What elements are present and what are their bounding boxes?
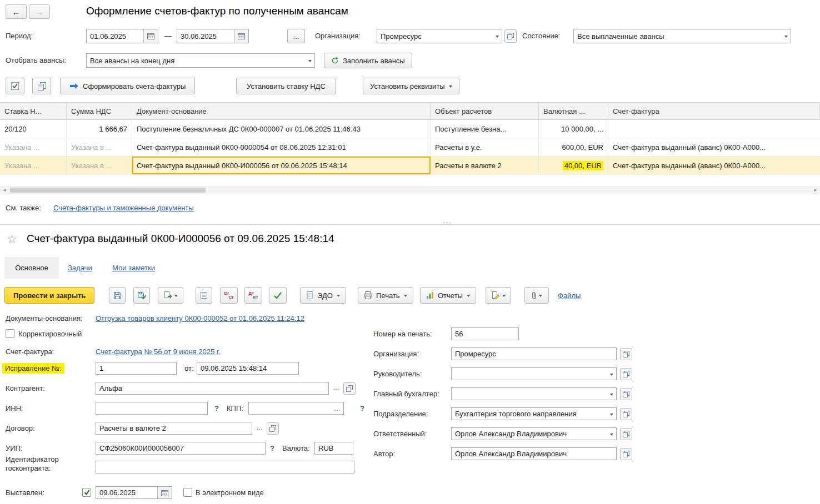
column-header-vat[interactable]: Сумма НДС <box>67 103 132 119</box>
cell-object[interactable]: Поступление безна... <box>431 120 539 138</box>
head-open-button[interactable] <box>620 368 632 380</box>
cell-invoice[interactable]: Счет-фактура выданный (аванс) 0К00-А000.… <box>608 157 820 174</box>
cell-doc-selected[interactable]: Счет-фактура выданный 0К00-И000056 от 09… <box>132 157 431 174</box>
kpp-help[interactable]: ? <box>360 402 364 415</box>
contract-input[interactable]: Расчеты в валюте 2 <box>96 422 252 435</box>
favorite-star-icon[interactable]: ☆ <box>7 233 17 246</box>
see-also-link[interactable]: Счета-фактуры и таможенные документы <box>53 201 194 214</box>
cell-doc[interactable]: Счет-фактура выданный 0К00-0000054 от 08… <box>132 138 431 156</box>
select-all-button[interactable] <box>6 78 24 94</box>
chief-accountant-combo[interactable] <box>451 387 617 400</box>
chevron-down-icon[interactable] <box>607 388 616 400</box>
contract-open-button[interactable] <box>267 422 279 435</box>
scroll-left-arrow[interactable]: ◄ <box>0 187 9 194</box>
period-from-input[interactable]: 01.06.2025 <box>86 29 158 43</box>
kpp-input[interactable]: ... <box>248 402 344 415</box>
invoice-link[interactable]: Счет-фактура № 56 от 9 июня 2025 г. <box>96 345 221 358</box>
inn-input[interactable] <box>96 402 208 415</box>
uip-help[interactable]: ? <box>270 442 274 455</box>
chevron-down-icon[interactable] <box>492 29 502 43</box>
cell-vat[interactable]: Указана в ... <box>67 138 132 156</box>
chevron-down-icon[interactable] <box>607 408 616 420</box>
create-based-on-button[interactable] <box>158 287 183 304</box>
cell-invoice[interactable]: Счет-фактура выданный (аванс) 0К00-А000.… <box>608 138 820 156</box>
gov-contract-input[interactable] <box>96 461 354 473</box>
column-header-currency[interactable]: Валютная ... <box>539 103 608 119</box>
chevron-down-icon[interactable] <box>607 368 616 380</box>
fill-advances-button[interactable]: Заполнить авансы <box>324 53 412 68</box>
chevron-down-icon[interactable] <box>781 29 791 43</box>
cell-object[interactable]: Расчеты в валюте 2 <box>431 157 539 174</box>
correction-checkbox[interactable] <box>6 329 14 338</box>
edo-button[interactable]: ЭДО <box>300 287 346 304</box>
issued-checkbox[interactable] <box>82 488 91 497</box>
print-number-input[interactable]: 56 <box>451 327 519 340</box>
calendar-icon[interactable] <box>157 487 172 498</box>
cell-rate[interactable]: Указана ... <box>0 138 67 156</box>
cell-rate[interactable]: Указана ... <box>0 157 67 174</box>
author-open-button[interactable] <box>620 448 632 460</box>
copy-button[interactable] <box>32 78 51 94</box>
contract-more-button[interactable]: ... <box>253 422 266 435</box>
uip-input[interactable]: СФ25060К00И000056007 <box>96 442 266 455</box>
cell-currency[interactable]: 40,00, EUR <box>539 157 608 174</box>
issued-date-input[interactable]: 09.06.2025 <box>96 486 172 499</box>
division-combo[interactable]: Бухгалтерия торгового направления <box>451 407 617 420</box>
splitter[interactable] <box>0 224 820 225</box>
cell-doc[interactable]: Поступление безналичных ДС 0К00-000007 о… <box>132 120 431 138</box>
cell-vat[interactable]: Указана в ... <box>67 157 132 174</box>
table-row[interactable]: Указана ... Указана в ... Счет-фактура в… <box>0 138 820 157</box>
calendar-icon[interactable] <box>143 29 158 43</box>
chevron-down-icon[interactable] <box>305 54 314 67</box>
revision-date-input[interactable]: 09.06.2025 15:48:14 <box>197 362 299 375</box>
electronic-checkbox[interactable] <box>183 488 192 497</box>
registers-button[interactable] <box>196 287 212 304</box>
author-input[interactable]: Орлов Александр Владимирович <box>451 447 617 460</box>
revision-number-input[interactable]: 1 <box>96 362 177 375</box>
tab-main[interactable]: Основное <box>4 257 59 279</box>
state-combo[interactable]: Все выплаченные авансы <box>573 29 791 43</box>
counterparty-more-button[interactable]: ... <box>330 382 342 395</box>
tab-notes[interactable]: Мои заметки <box>112 261 155 274</box>
scroll-right-arrow[interactable]: ► <box>811 187 820 194</box>
kpp-more-dots[interactable]: ... <box>334 404 343 412</box>
print-button[interactable]: Печать <box>358 287 413 304</box>
table-row-selected[interactable]: Указана ... Указана в ... Счет-фактура в… <box>0 157 820 175</box>
responsible-combo[interactable]: Орлов Александр Владимирович <box>451 427 617 440</box>
counterparty-open-button[interactable] <box>343 382 356 395</box>
head-combo[interactable] <box>451 367 617 380</box>
basis-doc-link[interactable]: Отгрузка товаров клиенту 0К00-000052 от … <box>96 312 304 325</box>
currency-input[interactable]: RUB <box>314 442 353 455</box>
edit-document-button[interactable] <box>486 287 511 304</box>
generate-invoices-button[interactable]: Сформировать счета-фактуры <box>60 78 195 94</box>
attachments-button[interactable] <box>524 287 549 304</box>
column-header-invoice[interactable]: Счет-фактура <box>608 103 820 119</box>
org-open-button[interactable] <box>620 348 632 360</box>
cell-currency[interactable]: 600,00, EUR <box>539 138 608 156</box>
splitter-handle[interactable]: ... <box>443 216 452 225</box>
column-header-doc[interactable]: Документ-основание <box>132 103 431 119</box>
dr-cr-entries-button[interactable]: DrCr <box>220 287 238 304</box>
post-button[interactable] <box>269 287 287 304</box>
division-open-button[interactable] <box>620 408 632 420</box>
cell-currency[interactable]: 10 000,00, ... <box>539 120 608 138</box>
responsible-open-button[interactable] <box>620 428 632 440</box>
save-and-post-button[interactable] <box>133 287 150 304</box>
calendar-icon[interactable] <box>234 29 248 43</box>
column-header-rate[interactable]: Ставка Н... <box>0 103 67 119</box>
scrollbar-thumb[interactable] <box>10 188 206 193</box>
accounting-entries-button[interactable]: ДтКт <box>244 287 262 304</box>
reports-button[interactable]: Отчеты <box>420 287 476 304</box>
inn-help[interactable]: ? <box>214 402 219 415</box>
table-row[interactable]: 20/120 1 666,67 Поступление безналичных … <box>0 120 820 138</box>
chevron-down-icon[interactable] <box>607 428 616 440</box>
set-requisites-button[interactable]: Установить реквизиты <box>363 78 459 94</box>
organization-combo[interactable]: Промресурс <box>377 29 502 43</box>
org-input[interactable]: Промресурс <box>451 347 617 360</box>
forward-button[interactable]: → <box>29 4 50 19</box>
period-to-input[interactable]: 30.06.2025 <box>177 29 249 43</box>
period-more-button[interactable]: ... <box>287 29 305 43</box>
column-header-object[interactable]: Объект расчетов <box>431 103 539 119</box>
cell-invoice[interactable] <box>608 120 820 138</box>
save-button[interactable] <box>109 287 126 304</box>
